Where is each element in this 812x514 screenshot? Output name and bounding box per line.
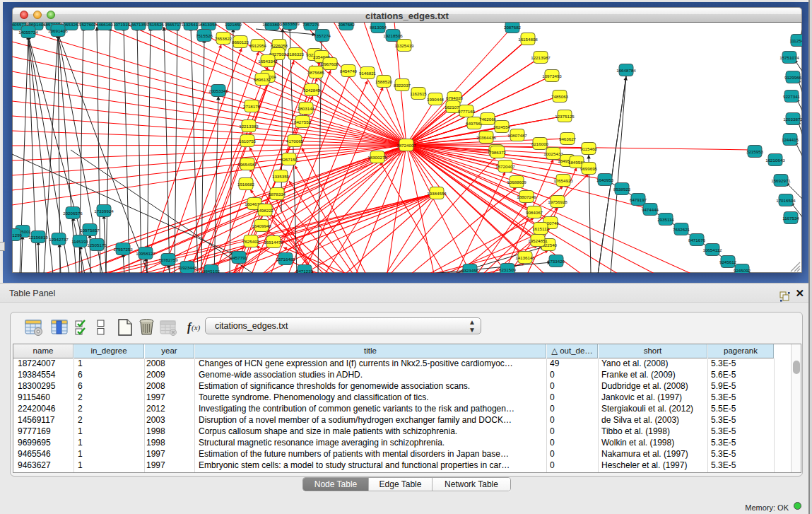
svg-text:(x): (x)	[192, 323, 201, 332]
